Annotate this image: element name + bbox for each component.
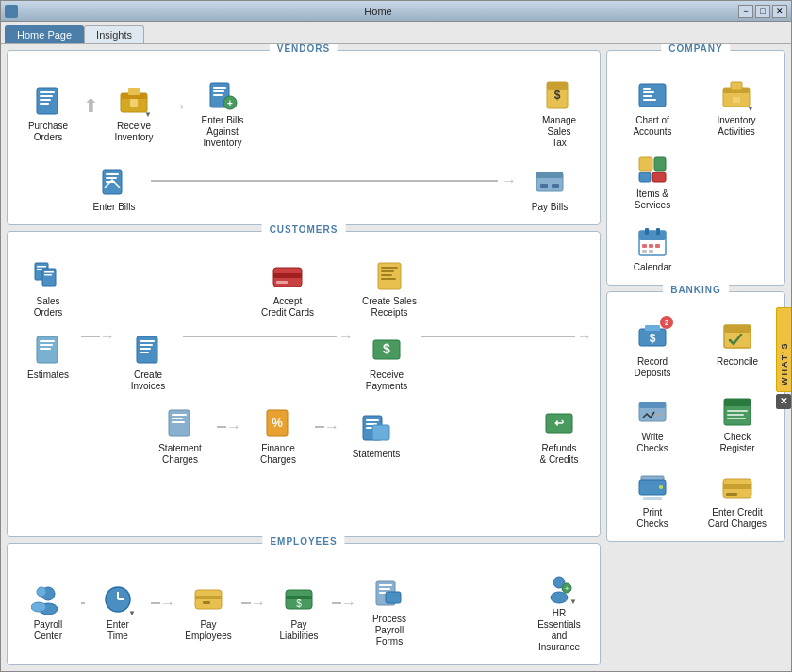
process-payroll-forms-item[interactable]: ProcessPayrollForms — [356, 572, 422, 651]
svg-rect-119 — [727, 410, 748, 412]
arrow2: → — [169, 95, 188, 132]
employees-section: EMPLOYEES PayrollCenter — [7, 543, 601, 665]
tab-home[interactable]: Home Page — [5, 25, 84, 43]
manage-sales-tax-item[interactable]: $ ManageSalesTax — [526, 74, 592, 153]
create-invoices-item[interactable]: CreateInvoices — [115, 328, 181, 396]
company-grid: Chart ofAccounts ▼ — [615, 64, 777, 277]
svg-rect-100 — [639, 231, 666, 240]
write-checks-label: WriteChecks — [636, 432, 668, 454]
close-button[interactable]: ✕ — [772, 5, 787, 18]
estimates-item[interactable]: Estimates — [15, 328, 81, 385]
refunds-credits-item[interactable]: ↩ Refunds& Credits — [526, 402, 592, 469]
svg-rect-23 — [536, 172, 563, 178]
inventory-activities-item[interactable]: ▼ InventoryActivities — [699, 74, 774, 141]
statements-item[interactable]: Statements — [343, 407, 409, 464]
receive-payments-item[interactable]: $ ReceivePayments — [354, 328, 420, 396]
svg-rect-61 — [372, 425, 389, 440]
customers-section: CUSTOMERS — [7, 231, 601, 537]
chart-of-accounts-label: Chart ofAccounts — [633, 115, 671, 138]
receive-inventory-item[interactable]: ▼ ReceiveInventory — [101, 79, 167, 147]
svg-rect-10 — [213, 87, 226, 89]
svg-rect-93 — [731, 82, 742, 90]
pay-bills-item[interactable]: Pay Bills — [517, 160, 583, 217]
minimize-button[interactable]: − — [738, 5, 753, 18]
svg-text:↩: ↩ — [554, 417, 564, 430]
svg-rect-48 — [140, 352, 149, 353]
inventory-activities-dropdown: ▼ — [747, 105, 754, 113]
maximize-button[interactable]: □ — [755, 5, 770, 18]
estimates-icon — [31, 333, 65, 367]
statement-charges-item[interactable]: StatementCharges — [147, 402, 213, 469]
write-checks-icon-box — [635, 394, 670, 430]
create-sales-receipts-item[interactable]: Create SalesReceipts — [356, 254, 422, 322]
main-content: VENDORS — [1, 44, 791, 671]
accept-credit-cards-item[interactable]: AcceptCredit Cards — [255, 254, 321, 322]
svg-rect-1 — [40, 91, 55, 93]
svg-rect-54 — [172, 421, 185, 423]
inventory-activities-label: InventoryActivities — [717, 115, 755, 138]
statements-label: Statements — [353, 449, 401, 460]
items-services-icon — [635, 152, 669, 186]
enter-bills-inventory-icon: + — [206, 78, 239, 112]
svg-rect-79 — [379, 588, 390, 590]
payroll-center-item[interactable]: PayrollCenter — [15, 578, 81, 646]
estimates-label: Estimates — [27, 369, 69, 381]
enter-bills-item[interactable]: Enter Bills — [81, 160, 147, 217]
sales-orders-item[interactable]: SalesOrders — [15, 254, 81, 322]
check-register-item[interactable]: CheckRegister — [700, 390, 775, 458]
accept-credit-cards-icon-box — [270, 258, 305, 294]
create-invoices-icon — [131, 333, 165, 367]
window-controls: − □ ✕ — [738, 5, 787, 18]
finance-charges-item[interactable]: % FinanceCharges — [245, 402, 311, 469]
tab-insights[interactable]: Insights — [84, 25, 144, 43]
refunds-credits-icon-box: ↩ — [541, 405, 577, 441]
svg-rect-8 — [130, 99, 138, 107]
whats-new-tab[interactable]: WHAT'S NEW — [776, 307, 791, 392]
create-sales-receipts-icon — [372, 259, 406, 293]
svg-rect-112 — [724, 325, 751, 333]
svg-rect-95 — [639, 157, 652, 171]
banking-grid: $ 2 RecordDeposits — [615, 305, 777, 533]
calendar-item[interactable]: Calendar — [615, 221, 690, 277]
finance-charges-label: FinanceCharges — [260, 443, 296, 466]
refunds-credits-label: Refunds& Credits — [539, 443, 578, 466]
receive-payments-label: ReceivePayments — [366, 369, 407, 392]
svg-rect-42 — [40, 344, 53, 346]
purchase-orders-icon — [31, 84, 65, 118]
svg-rect-89 — [643, 95, 652, 97]
svg-rect-17 — [547, 82, 568, 90]
sales-orders-label: SalesOrders — [34, 296, 63, 319]
pay-employees-icon — [191, 582, 225, 616]
hr-essentials-item[interactable]: + ▼ HR Essentialsand Insurance — [526, 566, 592, 657]
print-checks-item[interactable]: PrintChecks — [615, 466, 690, 533]
pay-employees-icon-box — [190, 582, 226, 617]
svg-rect-24 — [540, 184, 548, 188]
reconcile-item[interactable]: Reconcile — [700, 315, 775, 383]
enter-bills-inventory-item[interactable]: + Enter BillsAgainstInventory — [190, 74, 256, 153]
write-checks-item[interactable]: WriteChecks — [615, 390, 690, 458]
create-invoices-icon-box — [130, 332, 166, 368]
enter-credit-card-item[interactable]: Enter CreditCard Charges — [700, 466, 775, 533]
record-deposits-item[interactable]: $ 2 RecordDeposits — [615, 315, 690, 383]
svg-text:%: % — [272, 416, 283, 430]
svg-rect-102 — [656, 228, 660, 235]
create-invoices-label: CreateInvoices — [131, 369, 166, 392]
svg-rect-127 — [723, 484, 751, 489]
enter-bills-icon — [97, 165, 131, 199]
purchase-orders-item[interactable]: PurchaseOrders — [15, 79, 81, 147]
items-services-item[interactable]: Items &Services — [615, 147, 690, 215]
whats-new-close[interactable]: ✕ — [776, 394, 791, 409]
banking-title: BANKING — [663, 285, 729, 295]
enter-bills-label: Enter Bills — [92, 202, 135, 213]
purchase-orders-icon-box — [30, 83, 66, 119]
pay-liabilities-item[interactable]: $ PayLiabilities — [266, 578, 332, 646]
vendors-row1: PurchaseOrders ⬆ ▼ — [15, 74, 592, 153]
svg-rect-47 — [140, 348, 151, 350]
pay-employees-item[interactable]: PayEmployees — [175, 578, 241, 646]
record-deposits-label: RecordDeposits — [635, 356, 671, 379]
reconcile-icon-box — [719, 319, 755, 354]
enter-time-item[interactable]: ▼ EnterTime — [85, 578, 151, 646]
svg-rect-128 — [726, 493, 737, 496]
chart-of-accounts-item[interactable]: Chart ofAccounts — [615, 74, 690, 141]
pay-liabilities-icon: $ — [282, 582, 316, 616]
